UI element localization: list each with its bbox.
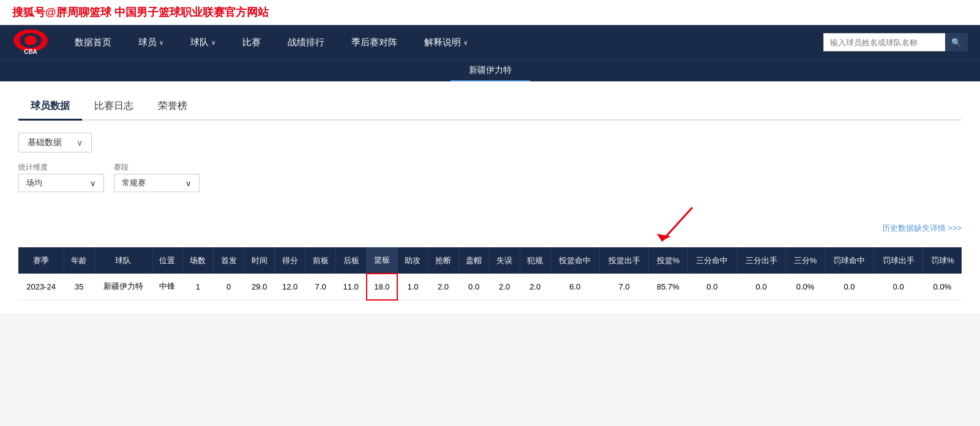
tab-match-log[interactable]: 比赛日志 — [82, 94, 146, 119]
nav-item-player[interactable]: 球员 ∨ — [125, 25, 177, 59]
season-label: 赛段 — [114, 162, 200, 173]
cell-season: 2023-24 — [18, 274, 64, 300]
sub-nav: 新疆伊力特 — [0, 59, 980, 81]
col-fg-att: 投篮出手 — [599, 247, 648, 274]
tab-honors[interactable]: 荣誉榜 — [146, 94, 200, 119]
cell-3p-att: 0.0 — [737, 274, 786, 300]
col-fouls: 犯规 — [520, 247, 550, 274]
cell-games: 1 — [182, 274, 213, 300]
data-type-dropdown[interactable]: 基础数据 ∨ — [18, 133, 92, 152]
search-button[interactable]: 🔍 — [945, 33, 968, 51]
history-link[interactable]: 历史数据缺失详情 >>> — [882, 223, 962, 234]
col-position: 位置 — [152, 247, 182, 274]
site-suffix: 中国男子篮球职业联赛官方网站 — [114, 6, 269, 18]
cell-team: 新疆伊力特 — [94, 274, 152, 300]
top-bar: 搜狐号@胖周聊篮球 中国男子篮球职业联赛官方网站 — [0, 0, 980, 25]
nav-item-team[interactable]: 球队 ∨ — [177, 25, 229, 59]
col-blocks: 盖帽 — [458, 247, 489, 274]
cell-rebounds: 18.0 — [367, 274, 397, 300]
cell-steals: 2.0 — [428, 274, 458, 300]
content-area: 球员数据 比赛日志 荣誉榜 基础数据 ∨ 统计维度 场均 ∨ 赛段 常规赛 ∨ — [0, 81, 980, 313]
col-games: 场数 — [182, 247, 213, 274]
col-rebounds: 篮板 — [367, 247, 397, 274]
chevron-down-icon: ∨ — [77, 138, 83, 148]
col-ft-att: 罚球出手 — [874, 247, 923, 274]
col-age: 年龄 — [64, 247, 94, 274]
cell-starts: 0 — [213, 274, 244, 300]
cell-points: 12.0 — [275, 274, 305, 300]
col-fg-made: 投篮命中 — [550, 247, 599, 274]
cell-fg-made: 6.0 — [550, 274, 599, 300]
col-points: 得分 — [275, 247, 305, 274]
col-starts: 首发 — [213, 247, 244, 274]
cell-time: 29.0 — [244, 274, 275, 300]
nav-item-playoff[interactable]: 季后赛对阵 — [338, 25, 411, 59]
tabs: 球员数据 比赛日志 荣誉榜 — [18, 94, 962, 121]
col-time: 时间 — [244, 247, 275, 274]
cell-position: 中锋 — [152, 274, 182, 300]
chevron-down-icon: ∨ — [90, 179, 96, 188]
nav-links: 数据首页 球员 ∨ 球队 ∨ 比赛 战绩排行 季后赛对阵 解释说明 ∨ — [61, 25, 823, 59]
logo-area: CBA — [0, 25, 61, 59]
nav-item-ranking[interactable]: 战绩排行 — [274, 25, 338, 59]
cell-fouls: 2.0 — [520, 274, 550, 300]
cell-assists: 1.0 — [397, 274, 428, 300]
table-header-row: 赛季 年龄 球队 位置 场数 首发 时间 得分 前板 后板 篮板 助攻 抢断 盖… — [18, 247, 962, 274]
site-prefix: 搜狐号@胖周聊篮球 — [12, 6, 111, 18]
cell-off-reb: 7.0 — [305, 274, 336, 300]
red-arrow — [643, 204, 717, 247]
cba-logo: CBA — [12, 28, 49, 56]
svg-point-2 — [24, 36, 37, 45]
filter-row-1: 基础数据 ∨ — [18, 133, 962, 152]
stat-dim-group: 统计维度 场均 ∨ — [18, 162, 104, 192]
season-group: 赛段 常规赛 ∨ — [114, 162, 200, 192]
col-def-reb: 后板 — [336, 247, 367, 274]
cell-ft-att: 0.0 — [874, 274, 923, 300]
cell-age: 35 — [64, 274, 94, 300]
cell-blocks: 0.0 — [458, 274, 489, 300]
cell-fg-att: 7.0 — [599, 274, 648, 300]
svg-text:CBA: CBA — [24, 48, 37, 55]
chevron-down-icon: ∨ — [159, 39, 163, 46]
col-steals: 抢断 — [428, 247, 458, 274]
col-season: 赛季 — [18, 247, 64, 274]
cell-fg-pct: 85.7% — [649, 274, 687, 300]
chevron-down-icon: ∨ — [185, 179, 192, 188]
nav-item-match[interactable]: 比赛 — [229, 25, 274, 59]
sub-nav-item-xinjiang[interactable]: 新疆伊力特 — [451, 60, 530, 81]
cell-ft-pct: 0.0% — [923, 274, 962, 300]
stat-dim-dropdown[interactable]: 场均 ∨ — [18, 174, 104, 192]
nav-item-explain[interactable]: 解释说明 ∨ — [411, 25, 481, 59]
nav-bar: CBA 数据首页 球员 ∨ 球队 ∨ 比赛 战绩排行 季后赛对阵 解释说明 ∨ … — [0, 25, 980, 59]
cell-3p-made: 0.0 — [687, 274, 736, 300]
stats-table: 赛季 年龄 球队 位置 场数 首发 时间 得分 前板 后板 篮板 助攻 抢断 盖… — [18, 247, 962, 301]
chevron-down-icon: ∨ — [463, 39, 468, 46]
col-3p-att: 三分出手 — [737, 247, 786, 274]
col-off-reb: 前板 — [305, 247, 336, 274]
col-turnovers: 失误 — [489, 247, 520, 274]
col-assists: 助攻 — [397, 247, 428, 274]
cell-turnovers: 2.0 — [489, 274, 520, 300]
annotation-container: 历史数据缺失详情 >>> — [18, 204, 962, 247]
cell-ft-made: 0.0 — [825, 274, 873, 300]
chevron-down-icon: ∨ — [211, 39, 215, 46]
table-row: 2023-24 35 新疆伊力特 中锋 1 0 29.0 12.0 7.0 11… — [18, 274, 962, 300]
filter-row-2: 统计维度 场均 ∨ 赛段 常规赛 ∨ — [18, 162, 962, 192]
col-fg-pct: 投篮% — [649, 247, 687, 274]
cell-3p-pct: 0.0% — [786, 274, 825, 300]
nav-search: 🔍 — [823, 33, 968, 51]
cell-def-reb: 11.0 — [336, 274, 367, 300]
col-ft-pct: 罚球% — [923, 247, 962, 274]
season-dropdown[interactable]: 常规赛 ∨ — [114, 174, 200, 192]
col-3p-made: 三分命中 — [687, 247, 736, 274]
col-3p-pct: 三分% — [786, 247, 825, 274]
col-ft-made: 罚球命中 — [825, 247, 873, 274]
nav-item-home[interactable]: 数据首页 — [61, 25, 125, 59]
tab-player-data[interactable]: 球员数据 — [18, 94, 82, 121]
search-input[interactable] — [823, 33, 946, 51]
stat-dim-label: 统计维度 — [18, 162, 104, 173]
col-team: 球队 — [94, 247, 152, 274]
